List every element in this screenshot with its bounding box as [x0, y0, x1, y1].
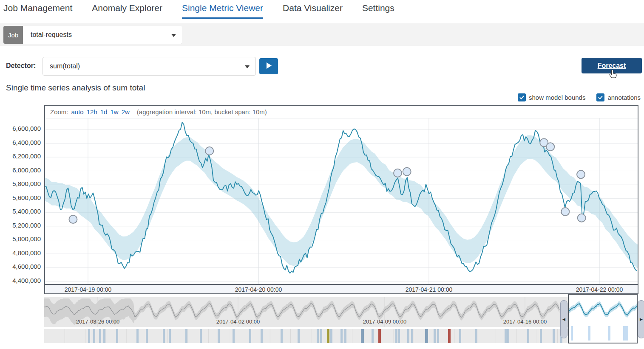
context-tick-label: 2017-04-16 00:00 — [503, 318, 547, 325]
swimlane-cell — [93, 329, 95, 343]
x-tick-label: 2017-04-19 00:00 — [65, 286, 112, 293]
show-model-bounds-label: show model bounds — [529, 94, 585, 101]
focus-chart-container: Zoom: auto 12h 1d 1w 2w (aggregation int… — [44, 105, 638, 294]
swimlane-cell — [261, 329, 263, 343]
detector-select[interactable]: sum(total) — [43, 57, 256, 76]
brush-selected-series — [569, 298, 637, 321]
zoom-controls: Zoom: auto 12h 1d 1w 2w (aggregation int… — [45, 106, 638, 118]
y-tick-label: 5,800,000 — [0, 180, 41, 187]
tab-single-metric-viewer[interactable]: Single Metric Viewer — [182, 0, 263, 19]
chart-toggles: show model bounds annotations — [518, 93, 641, 101]
x-axis: 2017-04-19 00:002017-04-20 00:002017-04-… — [45, 284, 638, 293]
swimlane-cell-selected — [623, 326, 628, 341]
tab-job-management[interactable]: Job Management — [3, 0, 72, 17]
swimlane-cell — [317, 329, 319, 343]
zoom-option-12h[interactable]: 12h — [87, 108, 97, 115]
y-tick-label: 5,000,000 — [0, 235, 41, 242]
swimlane-cell — [411, 329, 413, 343]
swimlane-cell — [218, 329, 220, 343]
brush-right-handle[interactable]: ▶ — [638, 300, 644, 338]
swimlane-cell — [298, 329, 300, 343]
checkbox-checked-icon[interactable] — [596, 93, 604, 101]
swimlane-cell — [116, 329, 118, 343]
play-icon — [266, 62, 272, 70]
swimlane-cell — [540, 329, 542, 343]
swimlane-cell — [88, 329, 90, 343]
anomaly-marker[interactable] — [394, 169, 402, 177]
y-tick-label: 5,200,000 — [0, 222, 41, 229]
job-badge: Job — [3, 26, 23, 44]
chevron-down-icon — [245, 62, 250, 70]
anomaly-marker[interactable] — [403, 168, 411, 176]
anomaly-marker[interactable] — [578, 214, 586, 222]
zoom-option-2w[interactable]: 2w — [122, 108, 130, 115]
context-tick-label: 2017-03-26 00:00 — [76, 318, 120, 325]
swimlane-cell — [330, 329, 332, 343]
anomaly-marker[interactable] — [205, 147, 213, 155]
brush-left-handle[interactable]: ◀ — [560, 300, 567, 338]
checkbox-checked-icon[interactable] — [518, 93, 526, 101]
swimlane-cell — [200, 329, 202, 343]
single-metric-viewer-page: Job Management Anomaly Explorer Single M… — [0, 0, 644, 349]
detector-select-value: sum(total) — [50, 62, 80, 70]
anomaly-marker[interactable] — [577, 170, 585, 178]
swimlane-cell — [448, 329, 451, 343]
swimlane-cell-selected — [588, 326, 590, 341]
context-chart-container[interactable]: 2017-03-26 00:002017-04-02 00:002017-04-… — [44, 297, 569, 327]
swimlane-cell — [505, 329, 507, 343]
y-tick-label: 4,400,000 — [0, 277, 41, 284]
swimlane-container[interactable] — [44, 329, 569, 343]
focus-chart-plot[interactable] — [45, 118, 638, 284]
y-tick-label: 6,400,000 — [0, 139, 41, 146]
swimlane-cell — [249, 329, 251, 343]
swimlane-cell — [136, 329, 139, 343]
anomaly-marker[interactable] — [69, 215, 77, 223]
y-tick-label: 5,600,000 — [0, 194, 41, 201]
tab-data-visualizer[interactable]: Data Visualizer — [283, 0, 343, 17]
zoom-option-1d[interactable]: 1d — [100, 108, 108, 115]
swimlane-cell — [169, 329, 171, 343]
context-tick-label: 2017-04-09 00:00 — [363, 318, 407, 325]
anomaly-marker[interactable] — [561, 208, 569, 216]
tab-anomaly-explorer[interactable]: Anomaly Explorer — [92, 0, 162, 17]
play-button[interactable] — [259, 58, 278, 74]
context-brush-selection[interactable] — [568, 294, 638, 343]
anomaly-marker[interactable] — [546, 143, 554, 151]
hand-cursor-icon — [609, 69, 618, 81]
job-select[interactable]: total-requests — [23, 26, 182, 44]
triangle-left-icon: ◀ — [562, 317, 565, 321]
x-tick-label: 2017-04-22 00:00 — [576, 286, 623, 293]
swimlane-cell — [475, 329, 477, 343]
annotations-toggle[interactable]: annotations — [596, 93, 641, 101]
swimlane-cell — [233, 329, 235, 343]
swimlane-cell — [340, 329, 343, 343]
show-model-bounds-toggle[interactable]: show model bounds — [518, 93, 585, 101]
context-chart-plot[interactable] — [44, 297, 569, 327]
job-selector-row: Job total-requests — [0, 23, 644, 46]
swimlane-cell — [378, 329, 381, 343]
triangle-right-icon: ▶ — [640, 317, 643, 321]
zoom-option-auto[interactable]: auto — [71, 108, 84, 115]
swimlane-cell — [372, 329, 374, 343]
swimlane-cell — [507, 329, 509, 343]
swimlane-cell — [407, 329, 409, 343]
swimlane-cell — [361, 329, 364, 343]
swimlane-cell — [146, 329, 148, 343]
page-title: Single time series analysis of sum total — [6, 83, 145, 93]
model-bounds-band — [45, 135, 638, 268]
swimlane-cell — [434, 329, 436, 343]
tab-settings[interactable]: Settings — [362, 0, 394, 17]
swimlane[interactable] — [44, 329, 569, 343]
x-tick-label: 2017-04-21 00:00 — [406, 286, 453, 293]
annotations-label: annotations — [607, 94, 641, 101]
swimlane-cell — [553, 329, 555, 343]
top-navigation: Job Management Anomaly Explorer Single M… — [0, 0, 644, 21]
y-tick-label: 4,600,000 — [0, 263, 41, 270]
zoom-label: Zoom: — [50, 108, 68, 115]
context-bounds-band — [44, 298, 559, 325]
x-tick-label: 2017-04-20 00:00 — [235, 286, 282, 293]
swimlane-cell — [437, 329, 439, 343]
y-tick-label: 6,600,000 — [0, 125, 41, 132]
zoom-option-1w[interactable]: 1w — [110, 108, 118, 115]
swimlane-cell — [459, 329, 461, 343]
